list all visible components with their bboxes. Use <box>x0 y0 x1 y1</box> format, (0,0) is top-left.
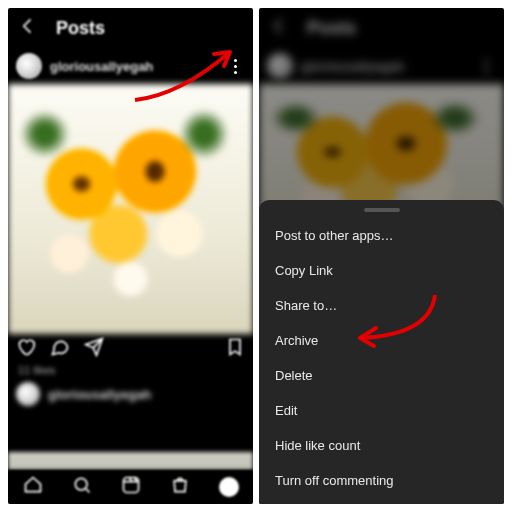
back-icon[interactable] <box>18 16 38 40</box>
action-sheet: Post to other apps… Copy Link Share to… … <box>259 200 504 504</box>
svg-point-0 <box>75 478 87 490</box>
post-header: gloriousallyegah <box>8 48 253 84</box>
page-title: Posts <box>307 18 356 39</box>
shop-icon[interactable] <box>170 475 190 499</box>
share-icon[interactable] <box>84 337 104 361</box>
sheet-item-post-other-apps[interactable]: Post to other apps… <box>259 218 504 253</box>
sheet-item-copy-link[interactable]: Copy Link <box>259 253 504 288</box>
profile-icon[interactable] <box>219 477 239 497</box>
likes-count[interactable]: 11 likes <box>8 364 253 376</box>
topbar: Posts <box>8 8 253 48</box>
sheet-item-delete[interactable]: Delete <box>259 358 504 393</box>
sheet-item-share-to[interactable]: Share to… <box>259 288 504 323</box>
next-post-image-strip <box>8 452 253 470</box>
comment-icon[interactable] <box>50 337 70 361</box>
screenshot-right: Posts gloriousallyegah Post to other app… <box>259 8 504 504</box>
sheet-item-edit[interactable]: Edit <box>259 393 504 428</box>
avatar[interactable] <box>267 53 293 79</box>
username[interactable]: gloriousallyegah <box>50 59 153 74</box>
home-icon[interactable] <box>23 475 43 499</box>
page-title: Posts <box>56 18 105 39</box>
sheet-item-archive[interactable]: Archive <box>259 323 504 358</box>
topbar: Posts <box>259 8 504 48</box>
avatar[interactable] <box>16 382 40 406</box>
post-actions <box>8 334 253 364</box>
sheet-grabber-icon[interactable] <box>364 208 400 212</box>
next-post-header: gloriousallyegah <box>8 376 253 412</box>
more-options-icon[interactable] <box>476 56 496 76</box>
post-image[interactable] <box>8 84 253 334</box>
more-options-icon[interactable] <box>225 56 245 76</box>
like-icon[interactable] <box>16 337 36 361</box>
bottom-nav <box>8 470 253 504</box>
sheet-item-hide-like-count[interactable]: Hide like count <box>259 428 504 463</box>
back-icon[interactable] <box>269 16 289 40</box>
post-header: gloriousallyegah <box>259 48 504 84</box>
reels-icon[interactable] <box>121 475 141 499</box>
screenshot-left: Posts gloriousallyegah 11 likes glorious… <box>8 8 253 504</box>
username[interactable]: gloriousallyegah <box>48 387 151 402</box>
avatar[interactable] <box>16 53 42 79</box>
search-icon[interactable] <box>72 475 92 499</box>
bookmark-icon[interactable] <box>225 337 245 361</box>
sheet-item-turn-off-commenting[interactable]: Turn off commenting <box>259 463 504 498</box>
username[interactable]: gloriousallyegah <box>301 59 404 74</box>
